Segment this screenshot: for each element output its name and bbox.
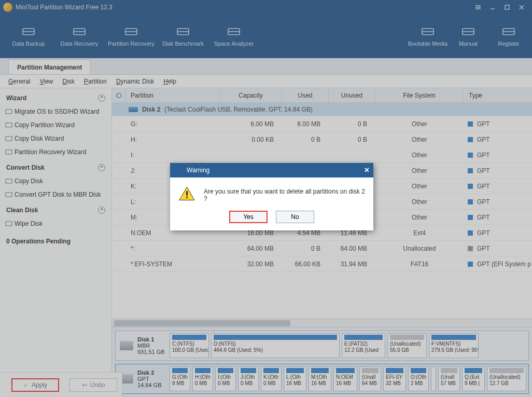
dialog-close-icon[interactable]: × bbox=[365, 166, 369, 175]
item-icon bbox=[5, 121, 12, 129]
map-partition[interactable]: N:OEM16 MB bbox=[333, 366, 357, 391]
map-partition[interactable]: G:(Oth8 MB bbox=[170, 366, 190, 391]
menu-disk[interactable]: Disk bbox=[63, 78, 75, 85]
col-unused[interactable]: Unused bbox=[329, 88, 375, 102]
dialog-title: Warning bbox=[187, 167, 209, 174]
yes-button[interactable]: Yes bbox=[229, 211, 268, 223]
menu-help[interactable]: Help bbox=[163, 78, 176, 85]
toolbar-data-backup[interactable]: Data Backup bbox=[3, 17, 54, 56]
table-row[interactable]: *:64.00 MB0 B64.00 MBUnallocated GPT bbox=[112, 241, 532, 256]
item-icon bbox=[5, 108, 12, 115]
workspace: Wizard⌃Migrate OS to SSD/HD WizardCopy P… bbox=[0, 88, 532, 397]
toolbar-disk-benchmark[interactable]: Disk Benchmark bbox=[158, 17, 208, 56]
col-capacity[interactable]: Capacity bbox=[220, 88, 282, 102]
sidebar-group-convert-disk[interactable]: Convert Disk⌃ bbox=[0, 161, 111, 174]
map-partition[interactable]: M:(Oth16 MB bbox=[309, 366, 331, 391]
dialog-message: Are you sure that you want to delete all… bbox=[204, 186, 365, 202]
disk-icon bbox=[129, 107, 138, 112]
horizontal-scrollbar[interactable] bbox=[112, 319, 532, 327]
sidebar-item-copy-disk[interactable]: Copy Disk bbox=[0, 174, 111, 188]
svg-rect-0 bbox=[505, 5, 509, 9]
toolbar-partition-recovery[interactable]: Partition Recovery bbox=[105, 17, 158, 56]
dialog-icon bbox=[174, 166, 183, 174]
svg-rect-13 bbox=[6, 179, 12, 183]
svg-rect-10 bbox=[6, 123, 12, 127]
map-partition[interactable]: F:VM(NTFS)279.5 GB (Used: 95%) bbox=[429, 333, 479, 358]
map-partition[interactable]: I:(Oth0 MB bbox=[215, 366, 236, 391]
disk-desc: (Teclast CoolFlash USB, Removable, GPT, … bbox=[164, 106, 312, 113]
close-button[interactable] bbox=[514, 2, 529, 12]
map-partition[interactable] bbox=[431, 366, 436, 391]
undo-button[interactable]: ↩Undo bbox=[69, 378, 117, 392]
item-icon bbox=[5, 148, 12, 156]
toolbar-bootable-media[interactable]: Bootable Media bbox=[408, 17, 448, 56]
table-row[interactable]: G:8.00 MB8.00 MB0 BOther GPT bbox=[112, 116, 532, 132]
map-partition[interactable]: C:(NTFS)100.0 GB (Used bbox=[170, 333, 209, 358]
menu-dynamic-disk[interactable]: Dynamic Disk bbox=[116, 78, 154, 85]
menu-general[interactable]: General bbox=[8, 78, 31, 85]
table-row[interactable]: H:0.00 KB0 B0 BOther GPT bbox=[112, 132, 532, 147]
svg-rect-17 bbox=[186, 197, 188, 198]
map-partition[interactable]: (Unallocated)55.0 GB bbox=[387, 333, 427, 358]
map-partition[interactable]: (Unall57 MB bbox=[438, 366, 460, 391]
map-partition[interactable]: Q:(Ext9 MB ( bbox=[462, 366, 485, 391]
map-partition[interactable]: EFI-SY32 MB bbox=[383, 366, 406, 391]
item-icon bbox=[5, 135, 12, 142]
disk-name: Disk 2 bbox=[142, 106, 160, 113]
map-partition[interactable]: E:(FAT32)12.2 GB (Used bbox=[342, 333, 385, 358]
disk-map-disk-1[interactable]: Disk 1MBR931.51 GBC:(NTFS)100.0 GB (Used… bbox=[115, 331, 529, 361]
svg-rect-14 bbox=[6, 193, 12, 197]
map-partition[interactable]: (Unall64 MB bbox=[359, 366, 381, 391]
tab-partition-management[interactable]: Partition Management bbox=[8, 60, 91, 74]
map-partition[interactable]: H:(Oth0 MB bbox=[192, 366, 213, 391]
toolbar-space-analyzer[interactable]: Space Analyzer bbox=[208, 17, 259, 56]
no-button[interactable]: No bbox=[276, 211, 314, 223]
apply-button[interactable]: ✓Apply bbox=[11, 378, 59, 392]
warning-dialog: Warning × Are you sure that you want to … bbox=[170, 163, 373, 230]
window-title: MiniTool Partition Wizard Free 12.3 bbox=[16, 4, 113, 11]
sidebar: Wizard⌃Migrate OS to SSD/HD WizardCopy P… bbox=[0, 88, 112, 397]
map-partition[interactable]: D:(NTFS)484.8 GB (Used: 5%) bbox=[211, 333, 340, 358]
svg-rect-11 bbox=[6, 136, 12, 141]
sidebar-group-wizard[interactable]: Wizard⌃ bbox=[0, 91, 111, 105]
toolbar-data-recovery[interactable]: Data Recovery bbox=[54, 17, 105, 56]
refresh-icon[interactable] bbox=[112, 88, 125, 102]
toolbar-register[interactable]: Register bbox=[488, 17, 529, 56]
map-partition[interactable]: J:(Oth0 MB bbox=[238, 366, 259, 391]
col-filesystem[interactable]: File System bbox=[375, 88, 464, 102]
sidebar-item-copy-disk-wizard[interactable]: Copy Disk Wizard bbox=[0, 132, 111, 145]
sidebar-item-convert-gpt-disk-to-mbr-disk[interactable]: Convert GPT Disk to MBR Disk bbox=[0, 188, 111, 201]
svg-rect-15 bbox=[6, 222, 12, 226]
table-row[interactable]: I:Other GPT bbox=[112, 147, 532, 163]
chevron-up-icon: ⌃ bbox=[98, 94, 105, 102]
chevron-up-icon: ⌃ bbox=[98, 164, 105, 171]
main-panel: Partition Capacity Used Unused File Syst… bbox=[112, 88, 532, 397]
toolbar-manual[interactable]: Manual bbox=[448, 17, 488, 56]
chevron-up-icon: ⌃ bbox=[98, 207, 105, 214]
col-used[interactable]: Used bbox=[282, 88, 329, 102]
table-row[interactable]: *:EFI-SYSTEM32.00 MB66.00 KB31.94 MBFAT1… bbox=[112, 256, 532, 272]
col-type[interactable]: Type bbox=[464, 88, 532, 102]
sidebar-item-partition-recovery-wizard[interactable]: Partition Recovery Wizard bbox=[0, 145, 111, 159]
col-partition[interactable]: Partition bbox=[125, 88, 220, 102]
sidebar-group-clean-disk[interactable]: Clean Disk⌃ bbox=[0, 203, 111, 217]
sidebar-item-wipe-disk[interactable]: Wipe Disk bbox=[0, 217, 111, 230]
item-icon bbox=[5, 220, 12, 227]
grid-header: Partition Capacity Used Unused File Syst… bbox=[112, 88, 532, 103]
disk-map-disk-2[interactable]: Disk 2GPT14.84 GBG:(Oth8 MBH:(Oth0 MBI:(… bbox=[115, 364, 529, 394]
minimize-button[interactable] bbox=[485, 2, 500, 12]
map-partition[interactable]: L:(Oth16 MB bbox=[284, 366, 306, 391]
sidebar-item-migrate-os-to-ssd-hd-wizard[interactable]: Migrate OS to SSD/HD Wizard bbox=[0, 105, 111, 118]
map-partition[interactable]: O:(Oth2 MB bbox=[408, 366, 429, 391]
item-icon bbox=[5, 177, 12, 185]
menu-partition[interactable]: Partition bbox=[84, 78, 107, 85]
disk-group-row[interactable]: Disk 2 (Teclast CoolFlash USB, Removable… bbox=[112, 103, 532, 116]
menu-view[interactable]: View bbox=[40, 78, 53, 85]
app-icon bbox=[3, 3, 12, 12]
map-partition[interactable]: (Unallocated)12.7 GB bbox=[487, 366, 526, 391]
sidebar-item-copy-partition-wizard[interactable]: Copy Partition Wizard bbox=[0, 118, 111, 132]
menu-icon[interactable] bbox=[471, 2, 485, 12]
maximize-button[interactable] bbox=[500, 2, 514, 12]
warning-triangle-icon bbox=[178, 186, 195, 201]
map-partition[interactable]: K:(Oth0 MB bbox=[261, 366, 282, 391]
